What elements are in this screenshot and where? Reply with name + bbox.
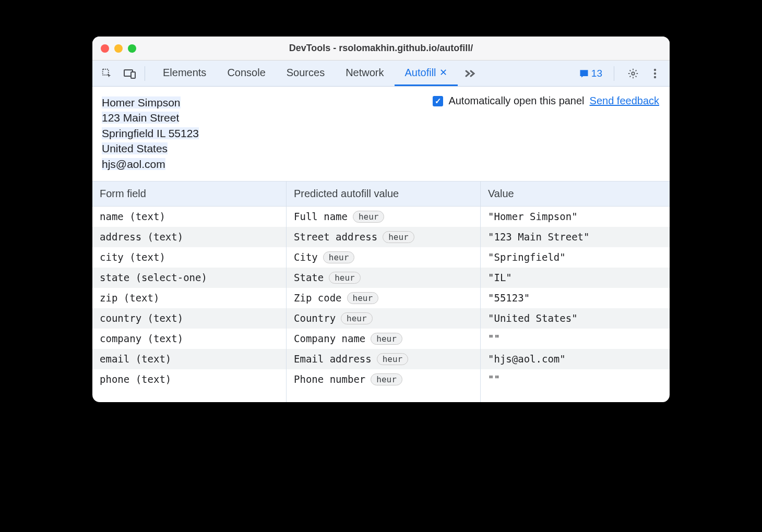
- cell-value: "": [481, 329, 670, 349]
- cell-value: "Homer Simpson": [481, 207, 670, 227]
- toolbar-left: [100, 66, 137, 81]
- heur-badge: heur: [347, 292, 379, 304]
- traffic-lights: [101, 44, 136, 53]
- heur-badge: heur: [341, 312, 373, 324]
- panel-controls: ✓ Automatically open this panel Send fee…: [433, 95, 659, 107]
- cell-predicted: Countryheur: [287, 308, 481, 329]
- cell-predicted: Street addressheur: [287, 227, 481, 247]
- cell-form-field: phone (text): [92, 369, 287, 390]
- address-line: Homer Simpson: [102, 96, 181, 108]
- cell-predicted: Full nameheur: [287, 207, 481, 227]
- tabs: Elements Console Sources Network Autofil…: [152, 61, 458, 86]
- settings-icon[interactable]: [626, 66, 640, 81]
- cell-value: "Springfield": [481, 247, 670, 268]
- cell-value: "IL": [481, 268, 670, 288]
- address-line: United States: [102, 142, 168, 154]
- inspect-element-icon[interactable]: [100, 66, 114, 81]
- svg-rect-2: [131, 72, 135, 78]
- table-row[interactable]: city (text)Cityheur"Springfield": [92, 247, 670, 268]
- table-row[interactable]: state (select-one)Stateheur"IL": [92, 268, 670, 288]
- address-block: Homer Simpson 123 Main Street Springfiel…: [102, 95, 199, 172]
- heur-badge: heur: [383, 231, 414, 243]
- devtools-window: DevTools - rsolomakhin.github.io/autofil…: [92, 37, 670, 402]
- cell-predicted: Email addressheur: [287, 349, 481, 369]
- address-line: 123 Main Street: [102, 112, 179, 124]
- cell-form-field: company (text): [92, 329, 287, 349]
- table-row[interactable]: name (text)Full nameheur"Homer Simpson": [92, 207, 670, 227]
- toolbar-divider: [145, 66, 145, 81]
- cell-predicted: Phone numberheur: [287, 369, 481, 390]
- cell-value: "hjs@aol.com": [481, 349, 670, 369]
- svg-point-3: [632, 72, 635, 75]
- cell-value: "United States": [481, 308, 670, 329]
- cell-form-field: city (text): [92, 247, 287, 268]
- cell-value: "55123": [481, 288, 670, 308]
- svg-point-5: [654, 72, 656, 74]
- tab-elements[interactable]: Elements: [152, 61, 217, 86]
- more-tabs-icon[interactable]: [463, 66, 478, 81]
- toolbar-divider-2: [614, 66, 614, 81]
- table-header: Form field Predicted autofill value Valu…: [92, 182, 670, 207]
- heur-badge: heur: [371, 333, 402, 345]
- tab-autofill-label: Autofill: [405, 67, 436, 79]
- table-row[interactable]: email (text)Email addressheur"hjs@aol.co…: [92, 349, 670, 369]
- table-footer: [92, 390, 670, 402]
- heur-badge: heur: [377, 353, 409, 365]
- more-menu-icon[interactable]: [648, 66, 662, 81]
- tab-network[interactable]: Network: [335, 61, 394, 86]
- table-row[interactable]: company (text)Company nameheur"": [92, 329, 670, 349]
- cell-predicted: Company nameheur: [287, 329, 481, 349]
- heur-badge: heur: [353, 211, 385, 223]
- close-window-button[interactable]: [101, 44, 109, 53]
- cell-predicted: Stateheur: [287, 268, 481, 288]
- cell-predicted: Cityheur: [287, 247, 481, 268]
- maximize-window-button[interactable]: [128, 44, 136, 53]
- tab-console[interactable]: Console: [217, 61, 276, 86]
- auto-open-label: Automatically open this panel: [448, 95, 584, 107]
- send-feedback-link[interactable]: Send feedback: [590, 95, 659, 107]
- cell-form-field: email (text): [92, 349, 287, 369]
- cell-form-field: name (text): [92, 207, 287, 227]
- column-header-field[interactable]: Form field: [92, 182, 287, 206]
- autofill-table: Form field Predicted autofill value Valu…: [92, 181, 670, 402]
- column-header-value[interactable]: Value: [481, 182, 670, 206]
- heur-badge: heur: [323, 251, 355, 263]
- svg-point-6: [654, 76, 656, 78]
- table-body: name (text)Full nameheur"Homer Simpson"a…: [92, 207, 670, 390]
- column-header-predicted[interactable]: Predicted autofill value: [287, 182, 481, 206]
- heur-badge: heur: [329, 272, 361, 284]
- window-title: DevTools - rsolomakhin.github.io/autofil…: [92, 43, 670, 54]
- panel-top: Homer Simpson 123 Main Street Springfiel…: [92, 87, 670, 181]
- minimize-window-button[interactable]: [114, 44, 123, 53]
- cell-form-field: zip (text): [92, 288, 287, 308]
- cell-value: "": [481, 369, 670, 390]
- cell-form-field: country (text): [92, 308, 287, 329]
- table-row[interactable]: phone (text)Phone numberheur"": [92, 369, 670, 390]
- issues-count: 13: [591, 68, 602, 79]
- svg-point-4: [654, 68, 656, 70]
- tab-autofill[interactable]: Autofill ✕: [395, 61, 458, 86]
- cell-predicted: Zip codeheur: [287, 288, 481, 308]
- table-row[interactable]: address (text)Street addressheur"123 Mai…: [92, 227, 670, 247]
- cell-form-field: address (text): [92, 227, 287, 247]
- table-row[interactable]: zip (text)Zip codeheur"55123": [92, 288, 670, 308]
- close-tab-icon[interactable]: ✕: [439, 67, 447, 78]
- toolbar: Elements Console Sources Network Autofil…: [92, 61, 670, 87]
- address-line: hjs@aol.com: [102, 158, 165, 170]
- cell-form-field: state (select-one): [92, 268, 287, 288]
- titlebar: DevTools - rsolomakhin.github.io/autofil…: [92, 37, 670, 61]
- heur-badge: heur: [371, 373, 402, 385]
- cell-value: "123 Main Street": [481, 227, 670, 247]
- device-toolbar-icon[interactable]: [123, 66, 137, 81]
- address-line: Springfield IL 55123: [102, 127, 199, 139]
- tab-sources[interactable]: Sources: [276, 61, 335, 86]
- toolbar-right: 13: [579, 66, 662, 81]
- table-row[interactable]: country (text)Countryheur"United States": [92, 308, 670, 329]
- issues-button[interactable]: 13: [579, 68, 602, 79]
- auto-open-checkbox[interactable]: ✓: [433, 96, 443, 106]
